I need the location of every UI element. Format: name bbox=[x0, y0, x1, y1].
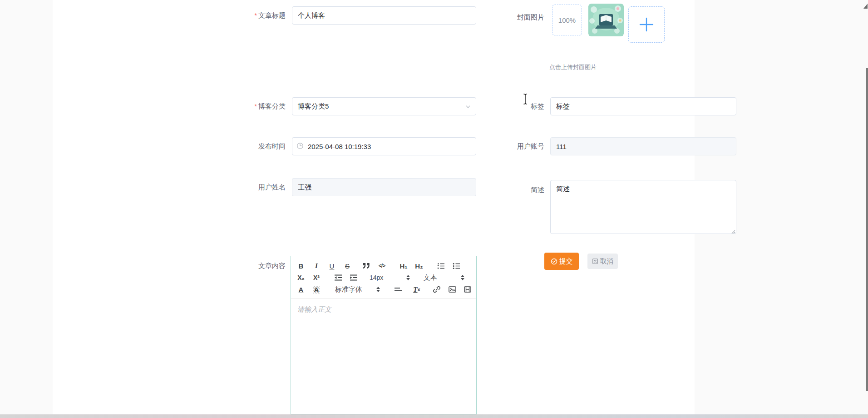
link-button[interactable] bbox=[433, 284, 441, 294]
highlight-icon: A bbox=[313, 286, 320, 294]
cancel-button[interactable]: 取消 bbox=[587, 254, 618, 269]
blog-category-label: *博客分类 bbox=[222, 102, 286, 111]
toolbar-row-1: B I U S </> H₁ H₂ bbox=[297, 260, 472, 272]
chevron-down-icon bbox=[465, 104, 471, 111]
updown-arrows-icon bbox=[461, 275, 464, 280]
resize-handle[interactable] bbox=[730, 228, 735, 233]
cover-thumbnail-illustration bbox=[588, 4, 624, 36]
video-button[interactable] bbox=[464, 284, 472, 294]
required-asterisk: * bbox=[255, 103, 257, 110]
rich-text-editor: B I U S </> H₁ H₂ bbox=[291, 256, 477, 414]
article-content-label: 文章内容 bbox=[222, 261, 286, 270]
blockquote-icon bbox=[363, 263, 370, 269]
bold-button[interactable]: B bbox=[297, 261, 305, 271]
tag-input[interactable] bbox=[550, 97, 736, 115]
user-name-input[interactable] bbox=[292, 178, 476, 196]
code-block-button[interactable]: </> bbox=[378, 261, 386, 271]
font-size-value: 14px bbox=[370, 274, 383, 281]
publish-time-input[interactable] bbox=[292, 137, 476, 155]
image-icon bbox=[449, 286, 456, 293]
user-name-label: 用户姓名 bbox=[222, 183, 286, 192]
updown-arrows-icon bbox=[376, 287, 380, 292]
article-title-input[interactable] bbox=[292, 6, 476, 25]
upload-plus-box[interactable] bbox=[628, 6, 665, 43]
editor-content-area[interactable]: 请输入正文 bbox=[291, 299, 476, 409]
ordered-list-icon bbox=[437, 263, 445, 269]
text-color-button[interactable]: A bbox=[297, 284, 305, 294]
ordered-list-button[interactable] bbox=[437, 261, 445, 271]
image-button[interactable] bbox=[448, 284, 456, 294]
upload-progress-box[interactable]: 100% bbox=[552, 5, 582, 35]
heading1-button[interactable]: H₁ bbox=[399, 261, 408, 271]
user-account-label: 用户账号 bbox=[481, 142, 544, 151]
clear-format-button[interactable]: Tx bbox=[413, 284, 421, 294]
strikethrough-button[interactable]: S bbox=[343, 261, 351, 271]
tag-label: 标签 bbox=[481, 102, 544, 111]
upload-hint: 点击上传封面图片 bbox=[549, 63, 597, 71]
bullet-list-icon bbox=[453, 263, 460, 269]
indent-icon bbox=[350, 274, 358, 281]
horizontal-scrollbar-track[interactable] bbox=[0, 414, 868, 418]
font-family-select[interactable]: 标准字体 bbox=[335, 285, 380, 294]
toolbar-row-2: X₂ X² 14px bbox=[297, 272, 472, 284]
outdent-button[interactable] bbox=[334, 273, 342, 283]
bullet-list-button[interactable] bbox=[452, 261, 460, 271]
cancel-label: 取消 bbox=[600, 257, 614, 266]
heading-type-select[interactable]: 文本 bbox=[424, 274, 464, 282]
close-square-icon bbox=[592, 258, 598, 264]
heading2-button[interactable]: H₂ bbox=[415, 261, 423, 271]
updown-arrows-icon bbox=[406, 275, 410, 280]
heading-type-value: 文本 bbox=[424, 274, 437, 282]
toolbar-row-3: A A 标准字体 Tx bbox=[297, 284, 472, 295]
outdent-icon bbox=[334, 274, 342, 281]
blockquote-button[interactable] bbox=[362, 261, 370, 271]
user-account-input[interactable] bbox=[550, 137, 736, 155]
superscript-button[interactable]: X² bbox=[312, 273, 321, 283]
blog-category-value: 博客分类5 bbox=[298, 102, 329, 111]
check-circle-icon bbox=[551, 258, 557, 265]
align-button[interactable] bbox=[394, 284, 402, 294]
plus-icon bbox=[639, 17, 654, 32]
required-asterisk: * bbox=[255, 12, 257, 19]
content-card: *文章标题 封面图片 100% 点击上传封面图片 bbox=[53, 0, 695, 418]
vertical-scrollbar-thumb[interactable] bbox=[866, 68, 868, 391]
submit-button[interactable]: 提交 bbox=[544, 253, 579, 270]
italic-button[interactable]: I bbox=[312, 261, 321, 271]
link-icon bbox=[433, 286, 440, 293]
font-size-select[interactable]: 14px bbox=[370, 274, 410, 281]
summary-label: 简述 bbox=[481, 185, 544, 194]
video-icon bbox=[464, 286, 471, 293]
subscript-button[interactable]: X₂ bbox=[297, 273, 305, 283]
editor-placeholder: 请输入正文 bbox=[297, 305, 331, 314]
align-icon bbox=[394, 287, 402, 292]
indent-button[interactable] bbox=[350, 273, 358, 283]
editor-toolbar: B I U S </> H₁ H₂ bbox=[291, 256, 476, 299]
font-family-value: 标准字体 bbox=[335, 285, 362, 294]
blog-category-select[interactable]: 博客分类5 bbox=[292, 97, 476, 115]
scrollbar-corner-arrow bbox=[863, 4, 868, 9]
submit-label: 提交 bbox=[559, 257, 573, 266]
article-title-label: *文章标题 bbox=[222, 11, 286, 20]
upload-progress-value: 100% bbox=[558, 16, 576, 24]
cover-thumbnail[interactable] bbox=[588, 4, 624, 36]
underline-button[interactable]: U bbox=[328, 261, 336, 271]
cover-image-label: 封面图片 bbox=[481, 13, 544, 22]
highlight-color-button[interactable]: A bbox=[312, 284, 321, 294]
summary-textarea[interactable] bbox=[550, 180, 736, 234]
publish-time-label: 发布时间 bbox=[222, 142, 286, 151]
